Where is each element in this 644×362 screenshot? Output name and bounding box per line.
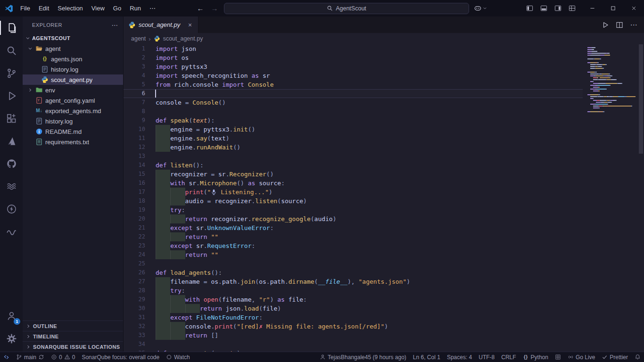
tab-scout-agent-py[interactable]: scout_agent.py × [124,16,198,33]
activity-source-control[interactable] [0,62,23,84]
section-sonarqube-issue-locations[interactable]: SONARQUBE ISSUE LOCATIONS [23,341,123,352]
maximize-button[interactable] [603,0,623,16]
split-editor-button[interactable] [616,21,623,29]
code-line[interactable]: 16with sr.Microphone() as source: [124,179,583,188]
section-timeline[interactable]: TIMELINE [23,331,123,341]
status-watch[interactable]: Watch [163,352,193,362]
root-folder[interactable]: AGENTSCOUT [23,33,123,43]
code-line[interactable]: 19try: [124,206,583,214]
toggle-panel-button[interactable] [537,2,550,15]
code-line[interactable]: 8 [124,107,583,116]
breadcrumb-file[interactable]: scout_agent.py [163,35,203,42]
menu-go[interactable]: Go [109,0,125,16]
toggle-sidebar-button[interactable] [523,2,536,15]
code-line[interactable]: 29with open(filename, "r") as file: [124,295,583,304]
status-remote[interactable] [0,352,13,362]
code-line[interactable]: 24return "" [124,250,583,259]
code-line[interactable]: 6 [124,89,583,98]
code-line[interactable]: 35def save_agents(agents): [124,349,583,352]
code-line[interactable]: 18audio = recognizer.listen(source) [124,197,583,206]
status-language[interactable]: {}Python [520,352,552,362]
tree-item-exported-agents-md[interactable]: M↓exported_agents.md [23,106,123,116]
code-line[interactable]: 9def speak(text): [124,116,583,125]
menu-selection[interactable]: Selection [53,0,87,16]
code-line[interactable]: 33return [] [124,331,583,340]
activity-search[interactable] [0,39,23,62]
code-line[interactable]: 13 [124,152,583,161]
customize-layout-button[interactable] [566,2,578,15]
minimap[interactable] [587,47,636,113]
code-line[interactable]: 34 [124,340,583,349]
status-eol[interactable]: CRLF [498,352,519,362]
status-ports[interactable] [552,352,564,362]
more-actions-button[interactable]: ⋯ [630,21,637,29]
forward-button[interactable]: → [210,4,219,12]
code-line[interactable]: 30return json.load(file) [124,304,583,313]
code-line[interactable]: 7console = Console() [124,98,583,107]
run-button[interactable] [602,21,609,29]
code-line[interactable]: 28try: [124,286,583,295]
tree-item-agent-config-yaml[interactable]: agent_config.yaml [23,95,123,106]
editor-scrollbar[interactable] [637,44,644,352]
tree-item-readme-md[interactable]: README.md [23,126,123,137]
section-outline[interactable]: OUTLINE [23,321,123,331]
code-line[interactable]: 4import speech_recognition as sr [124,71,583,80]
code-line[interactable]: 26def load_agents(): [124,268,583,277]
code-line[interactable]: 11engine.say(text) [124,134,583,143]
activity-explorer[interactable] [0,16,23,39]
status-problems[interactable]: 00 [48,352,78,362]
activity-accounts[interactable]: 1 [0,304,23,327]
code-line[interactable]: 15recognizer = sr.Recognizer() [124,170,583,179]
copilot-button[interactable] [474,4,487,12]
activity-settings[interactable] [0,327,23,350]
menu-file[interactable]: File [16,0,34,16]
status-cursor-position[interactable]: Ln 6, Col 1 [410,352,444,362]
code-line[interactable]: 32console.print("[red]✗ Missing file: ag… [124,322,583,331]
scrollbar-thumb[interactable] [639,44,643,154]
code-line[interactable]: 27filename = os.path.join(os.path.dirnam… [124,277,583,286]
status-go-live[interactable]: Go Live [564,352,598,362]
status-sonarqube-focus[interactable]: SonarQube focus: overall code [78,352,163,362]
menu-more[interactable]: ⋯ [145,0,160,16]
toggle-secondary-sidebar-button[interactable] [552,2,564,15]
tree-item-history-log[interactable]: history.log [23,64,123,74]
activity-thunder-client[interactable] [0,197,23,220]
code-line[interactable]: 22return "" [124,232,583,241]
tree-item-env[interactable]: env [23,85,123,95]
activity-sonarlint[interactable] [0,220,23,243]
code-line[interactable]: 10engine = pyttsx3.init() [124,125,583,134]
code-line[interactable]: 5from rich.console import Console [124,80,583,89]
tree-item-agents-json[interactable]: {}agents.json [23,54,123,64]
code-line[interactable]: 20return recognizer.recognize_google(aud… [124,214,583,223]
tree-item-scout-agent-py[interactable]: scout_agent.py [23,74,123,85]
tree-item-requirements-txt[interactable]: requirements.txt [23,137,123,147]
code-line[interactable]: 12engine.runAndWait() [124,143,583,152]
code-line[interactable]: 1import json [124,44,583,53]
status-indentation[interactable]: Spaces: 4 [444,352,475,362]
tree-item-history-log[interactable]: history.log [23,116,123,126]
activity-azure[interactable] [0,130,23,152]
status-notifications[interactable] [631,352,644,362]
code-line[interactable]: 2import os [124,53,583,62]
close-button[interactable] [623,0,644,16]
tree-item-agent[interactable]: agent [23,43,123,54]
code-line[interactable]: 23except sr.RequestError: [124,241,583,250]
breadcrumb-folder[interactable]: agent [131,35,146,42]
code-line[interactable]: 25 [124,259,583,268]
menu-edit[interactable]: Edit [34,0,53,16]
activity-run-debug[interactable] [0,84,23,107]
activity-liveshare[interactable] [0,175,23,197]
activity-github[interactable] [0,152,23,175]
code-line[interactable]: 21except sr.UnknownValueError: [124,223,583,232]
explorer-more-button[interactable]: ⋯ [112,21,119,29]
status-prettier[interactable]: Prettier [598,352,631,362]
status-git-branch[interactable]: main [13,352,48,362]
menu-run[interactable]: Run [125,0,145,16]
code-line[interactable]: 31except FileNotFoundError: [124,313,583,322]
code-editor[interactable]: 1import json2import os3import pyttsx34im… [124,44,644,352]
command-center-search[interactable]: AgentScout [224,3,469,14]
code-line[interactable]: 3import pyttsx3 [124,62,583,71]
code-line[interactable]: 17print(" Listening...") [124,188,583,197]
status-encoding[interactable]: UTF-8 [475,352,498,362]
minimize-button[interactable] [582,0,603,16]
